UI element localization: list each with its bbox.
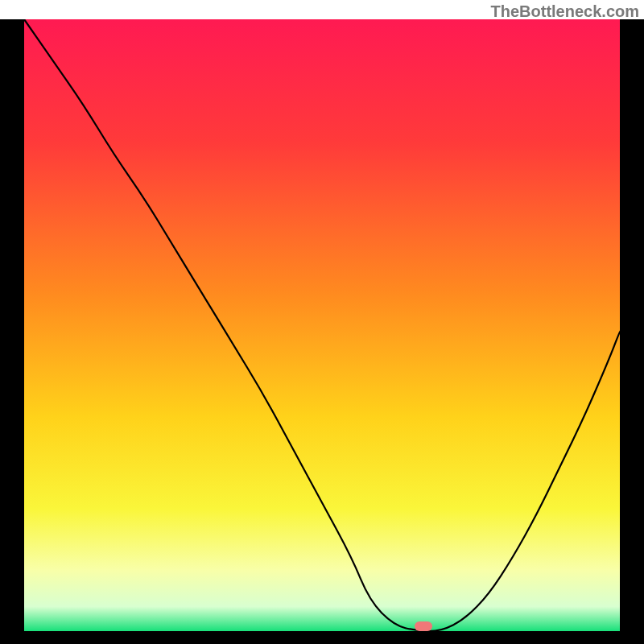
chart-container: TheBottleneck.com [0,0,644,644]
attribution-label: TheBottleneck.com [491,2,639,21]
optimal-marker [415,621,432,631]
bottleneck-chart [0,0,644,644]
bottom-axis-bar [0,631,644,644]
left-axis-bar [0,19,24,631]
right-axis-bar [620,19,644,631]
gradient-background [24,19,620,631]
